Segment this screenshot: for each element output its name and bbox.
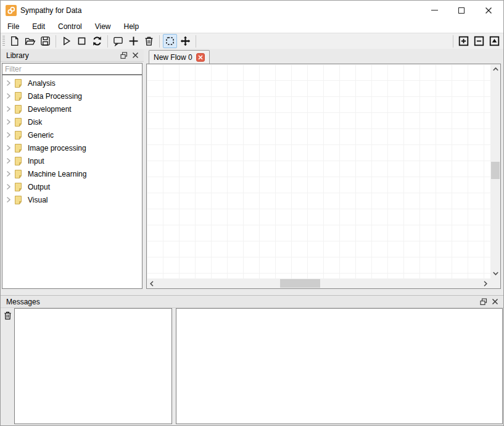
chevron-right-icon[interactable] [2, 196, 14, 203]
flow-tab[interactable]: New Flow 0 [149, 50, 210, 64]
refresh-icon [92, 36, 102, 46]
library-float-button[interactable] [118, 51, 130, 61]
menu-bar: File Edit Control View Help [1, 20, 503, 33]
menu-help[interactable]: Help [120, 21, 144, 32]
tree-item-data-processing[interactable]: Data Processing [2, 90, 142, 102]
stop-icon [76, 36, 87, 46]
menu-file[interactable]: File [3, 21, 23, 32]
delete-button[interactable] [142, 34, 156, 48]
select-tool-button[interactable] [163, 34, 177, 48]
tree-item-image-processing[interactable]: Image processing [2, 141, 142, 154]
reload-button[interactable] [90, 34, 104, 48]
chevron-right-icon[interactable] [2, 93, 14, 99]
tree-item-disk[interactable]: Disk [2, 115, 142, 128]
chevron-right-icon[interactable] [2, 80, 14, 86]
zoom-fit-button[interactable] [487, 34, 502, 48]
zoom-out-icon [474, 36, 484, 46]
folder-icon [14, 182, 23, 192]
flow-tab-close-button[interactable] [196, 53, 205, 62]
open-folder-icon [25, 36, 36, 46]
tree-item-label: Data Processing [28, 92, 82, 101]
folder-icon [14, 117, 23, 127]
clear-messages-button[interactable] [1, 309, 14, 322]
minimize-button[interactable] [421, 1, 448, 20]
tree-item-visual[interactable]: Visual [2, 193, 142, 206]
library-title: Library [6, 51, 118, 60]
pan-tool-button[interactable] [178, 34, 192, 48]
comment-icon [113, 36, 123, 46]
insert-comment-button[interactable] [111, 34, 125, 48]
app-logo-icon [6, 5, 17, 16]
close-icon [132, 52, 139, 59]
tree-item-generic[interactable]: Generic [2, 128, 142, 141]
close-icon [492, 298, 498, 305]
library-filter-input[interactable] [2, 63, 143, 75]
toolbar-grip[interactable] [2, 36, 5, 47]
menu-edit[interactable]: Edit [28, 21, 49, 32]
folder-icon [14, 156, 23, 166]
toolbar-separator [159, 35, 160, 48]
horizontal-scrollbar-thumb[interactable] [280, 279, 320, 288]
trash-icon [3, 311, 12, 320]
insert-node-button[interactable] [126, 34, 141, 48]
flow-canvas-frame [146, 64, 501, 289]
open-flow-button[interactable] [23, 34, 37, 48]
menu-view[interactable]: View [91, 21, 115, 32]
zoom-out-button[interactable] [472, 34, 486, 48]
move-icon [180, 36, 191, 46]
flow-tab-label: New Flow 0 [154, 53, 192, 62]
horizontal-scrollbar[interactable] [147, 278, 490, 288]
messages-header: Messages [1, 296, 503, 308]
library-tree: Analysis Data Processing Development Dis… [2, 75, 143, 289]
chevron-right-icon[interactable] [2, 132, 14, 138]
toolbar [1, 33, 503, 49]
new-flow-button[interactable] [7, 34, 22, 48]
zoom-in-button[interactable] [456, 34, 471, 48]
vertical-scrollbar[interactable] [490, 64, 500, 278]
folder-icon [14, 169, 23, 179]
messages-toolstrip [1, 308, 14, 425]
messages-float-button[interactable] [478, 297, 489, 307]
library-panel: Library An [1, 49, 144, 290]
vertical-scrollbar-thumb[interactable] [491, 162, 500, 179]
chevron-right-icon[interactable] [2, 170, 14, 177]
close-button[interactable] [475, 1, 502, 20]
run-button[interactable] [59, 34, 73, 48]
tree-item-output[interactable]: Output [2, 180, 142, 193]
maximize-button[interactable] [448, 1, 475, 20]
flow-canvas[interactable] [147, 64, 490, 278]
library-close-button[interactable] [130, 51, 141, 61]
chevron-right-icon[interactable] [2, 106, 14, 112]
scroll-right-arrow-icon[interactable] [481, 278, 490, 288]
scroll-left-arrow-icon[interactable] [147, 278, 157, 288]
chevron-right-icon[interactable] [2, 144, 14, 151]
stop-button[interactable] [75, 34, 89, 48]
scroll-up-arrow-icon[interactable] [490, 64, 500, 74]
chevron-right-icon[interactable] [2, 183, 14, 190]
tree-item-machine-learning[interactable]: Machine Learning [2, 167, 142, 180]
dock-area: Library An [1, 49, 503, 295]
save-flow-button[interactable] [38, 34, 52, 48]
folder-icon [14, 104, 23, 114]
tree-item-label: Image processing [28, 144, 86, 152]
chevron-right-icon[interactable] [2, 157, 14, 164]
chevron-right-icon[interactable] [2, 119, 14, 125]
tree-item-label: Generic [28, 131, 54, 140]
menu-control[interactable]: Control [54, 21, 86, 32]
zoom-fit-icon [489, 36, 500, 46]
close-icon [485, 7, 492, 14]
messages-list[interactable] [14, 308, 172, 424]
messages-panel: Messages [1, 295, 503, 425]
scroll-down-arrow-icon[interactable] [490, 269, 500, 278]
tree-item-label: Input [28, 157, 44, 165]
tree-item-analysis[interactable]: Analysis [2, 77, 142, 90]
plus-icon [128, 36, 139, 46]
tree-item-input[interactable]: Input [2, 154, 142, 167]
tree-item-development[interactable]: Development [2, 102, 142, 115]
close-tab-icon [198, 55, 203, 60]
messages-close-button[interactable] [489, 297, 500, 307]
messages-detail[interactable] [176, 308, 503, 424]
app-window: Sympathy for Data File Edit Control View… [0, 0, 504, 426]
window-title: Sympathy for Data [20, 6, 81, 15]
toolbar-separator [453, 35, 453, 48]
